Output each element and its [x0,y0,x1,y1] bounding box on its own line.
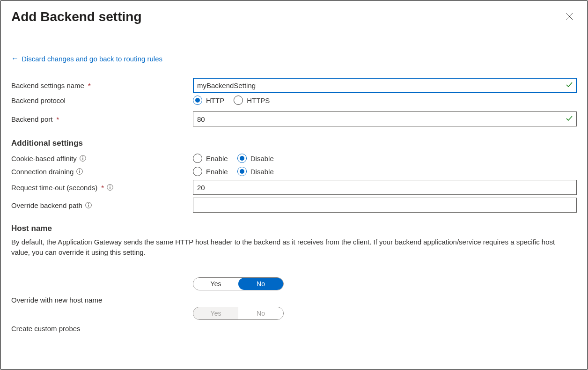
discard-back-link[interactable]: ← Discard changes and go back to routing… [11,54,162,63]
override-host-toggle: Yes No [193,277,284,290]
svg-rect-8 [110,187,110,189]
required-marker: * [88,81,91,89]
row-override-backend-path: Override backend path [11,197,577,214]
backend-port-input-wrap [193,111,577,126]
label-backend-name: Backend settings name * [11,81,193,89]
required-marker: * [56,115,59,123]
override-host-yes[interactable]: Yes [193,278,238,290]
backend-name-input[interactable] [193,78,577,93]
request-timeout-input-wrap [193,180,577,195]
label-request-timeout: Request time-out (seconds) * [11,184,193,192]
radio-http[interactable]: HTTP [193,96,224,105]
label-override-host: Override with new host name [11,296,193,304]
row-backend-port: Backend port * [11,110,577,128]
section-host-name: Host name [11,224,577,233]
panel-title: Add Backend setting [11,6,141,27]
svg-point-4 [80,170,81,170]
custom-probes-toggle: Yes No [193,307,284,320]
row-backend-name: Backend settings name * [11,76,577,95]
override-host-no[interactable]: No [238,278,283,290]
custom-probes-no: No [238,307,283,319]
arrow-left-icon: ← [11,54,19,63]
svg-rect-5 [80,171,80,173]
svg-point-7 [110,185,110,186]
check-icon [566,115,573,124]
svg-rect-11 [88,205,88,207]
radio-https[interactable]: HTTPS [234,96,270,105]
form: Backend settings name * Backend protocol [11,76,577,334]
host-name-description: By default, the Application Gateway send… [11,237,564,258]
row-override-host-toggle: Yes No [11,274,577,293]
affinity-radio-group: Enable Disable [193,154,274,163]
custom-probes-yes: Yes [193,307,238,319]
protocol-radio-group: HTTP HTTPS [193,96,270,105]
info-icon[interactable] [80,155,86,162]
svg-rect-2 [82,158,83,160]
row-cookie-affinity: Cookie-based affinity Enable Disable [11,152,577,165]
radio-draining-enable[interactable]: Enable [193,167,228,176]
row-custom-probes-label: Create custom probes [11,323,577,334]
label-backend-protocol: Backend protocol [11,96,193,104]
row-connection-draining: Connection draining Enable Disable [11,165,577,178]
panel-header: Add Backend setting [11,1,577,27]
section-additional-settings: Additional settings [11,139,577,148]
label-backend-port: Backend port * [11,115,193,123]
info-icon[interactable] [107,184,113,191]
required-marker: * [101,184,104,192]
request-timeout-input[interactable] [193,180,577,195]
close-icon [566,13,573,20]
row-request-timeout: Request time-out (seconds) * [11,178,577,197]
label-custom-probes: Create custom probes [11,325,193,333]
svg-point-1 [82,156,83,157]
svg-point-10 [88,203,89,204]
check-icon [566,81,573,90]
label-override-backend-path: Override backend path [11,201,193,209]
override-backend-path-input-wrap [193,198,577,213]
radio-affinity-enable[interactable]: Enable [193,154,228,163]
discard-back-label: Discard changes and go back to routing r… [22,55,162,63]
row-custom-probes-toggle: Yes No [11,304,577,323]
info-icon[interactable] [76,168,83,175]
backend-name-input-wrap [193,78,577,93]
draining-radio-group: Enable Disable [193,167,274,176]
radio-draining-disable[interactable]: Disable [237,167,274,176]
row-backend-protocol: Backend protocol HTTP HTTPS [11,95,577,106]
override-backend-path-input[interactable] [193,198,577,213]
add-backend-setting-panel: Add Backend setting ← Discard changes an… [0,0,588,370]
backend-port-input[interactable] [193,111,577,126]
label-connection-draining: Connection draining [11,168,193,176]
label-cookie-affinity: Cookie-based affinity [11,155,193,163]
radio-affinity-disable[interactable]: Disable [237,154,274,163]
close-button[interactable] [562,9,577,24]
info-icon[interactable] [85,202,92,208]
